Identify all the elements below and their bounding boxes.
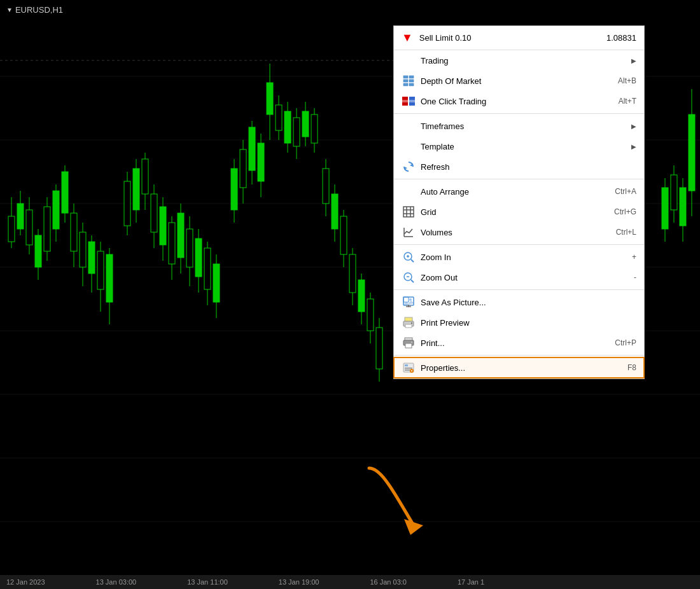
svg-rect-14 <box>26 210 32 245</box>
volumes-icon <box>402 225 416 239</box>
menu-item-oct[interactable]: One Click Trading Alt+T <box>394 91 644 111</box>
svg-rect-40 <box>151 194 157 232</box>
svg-rect-132 <box>405 324 412 328</box>
svg-line-121 <box>411 260 414 262</box>
svg-rect-139 <box>405 364 408 366</box>
chart-title: ▼ EURUSD,H1 <box>6 5 63 15</box>
oct-label: One Click Trading <box>421 97 606 106</box>
trading-icon <box>402 53 416 67</box>
separator-3 <box>394 244 644 245</box>
menu-item-auto-arrange[interactable]: Auto Arrange Ctrl+A <box>394 181 644 202</box>
auto-arrange-shortcut: Ctrl+A <box>615 187 636 196</box>
template-label: Template <box>421 142 626 151</box>
svg-rect-48 <box>186 229 193 267</box>
svg-rect-108 <box>409 100 415 102</box>
auto-arrange-label: Auto Arrange <box>421 187 602 197</box>
context-menu: ▼ Sell Limit 0.10 1.08831 Trading ▶ Dept… <box>393 25 645 379</box>
save-picture-label: Save As Picture... <box>421 298 636 307</box>
time-label-3: 13 Jan 19:00 <box>279 578 319 586</box>
time-label-0: 12 Jan 2023 <box>6 578 45 586</box>
menu-item-zoom-out[interactable]: Zoom Out - <box>394 267 644 288</box>
menu-item-trading[interactable]: Trading ▶ <box>394 50 644 71</box>
properties-label: Properties... <box>421 363 615 373</box>
chart-symbol-label: EURUSD,H1 <box>15 5 63 15</box>
menu-item-timeframes[interactable]: Timeframes ▶ <box>394 116 644 136</box>
svg-rect-103 <box>403 83 408 86</box>
menu-item-grid[interactable]: Grid Ctrl+G <box>394 202 644 222</box>
dom-icon <box>402 74 416 88</box>
dom-label: Depth Of Market <box>421 76 605 86</box>
print-icon <box>402 336 416 350</box>
svg-rect-42 <box>160 207 166 245</box>
svg-rect-104 <box>409 83 414 86</box>
oct-shortcut: Alt+T <box>619 97 636 106</box>
svg-rect-62 <box>258 143 264 181</box>
sell-limit-label: Sell Limit 0.10 <box>419 33 606 43</box>
svg-rect-87 <box>367 299 374 331</box>
template-arrow-icon: ▶ <box>631 143 636 150</box>
svg-rect-136 <box>405 343 412 348</box>
svg-rect-54 <box>213 264 220 302</box>
print-preview-label: Print Preview <box>421 318 636 328</box>
svg-rect-69 <box>284 111 291 143</box>
svg-rect-75 <box>311 114 318 143</box>
print-shortcut: Ctrl+P <box>615 338 636 347</box>
zoom-out-shortcut: - <box>634 273 636 282</box>
menu-item-dom[interactable]: Depth Of Market Alt+B <box>394 71 644 91</box>
svg-rect-81 <box>340 216 347 254</box>
svg-rect-115 <box>403 207 414 217</box>
trading-arrow-icon: ▶ <box>631 57 636 64</box>
save-picture-icon <box>402 295 416 309</box>
svg-rect-83 <box>349 254 356 293</box>
svg-rect-126 <box>403 297 409 302</box>
svg-point-127 <box>409 298 412 301</box>
svg-rect-79 <box>332 194 338 229</box>
timeframes-icon <box>402 119 416 133</box>
grid-shortcut: Ctrl+G <box>614 207 636 216</box>
svg-rect-67 <box>276 105 282 130</box>
zoom-in-label: Zoom In <box>421 253 619 262</box>
menu-item-volumes[interactable]: Volumes Ctrl+L <box>394 222 644 242</box>
zoom-out-icon <box>402 270 416 284</box>
sell-limit-item[interactable]: ▼ Sell Limit 0.10 1.08831 <box>394 26 644 50</box>
svg-rect-36 <box>133 169 139 210</box>
svg-rect-32 <box>106 254 113 302</box>
timeframes-arrow-icon: ▶ <box>631 123 636 130</box>
svg-rect-20 <box>53 191 59 229</box>
svg-rect-98 <box>689 114 695 191</box>
svg-rect-89 <box>376 328 382 369</box>
svg-rect-50 <box>195 239 202 277</box>
chart-title-arrow: ▼ <box>6 6 13 13</box>
menu-item-template[interactable]: Template ▶ <box>394 136 644 156</box>
menu-item-print-preview[interactable]: Print Preview <box>394 312 644 333</box>
separator-5 <box>394 355 644 356</box>
zoom-out-label: Zoom Out <box>421 273 621 282</box>
menu-item-save-picture[interactable]: Save As Picture... <box>394 292 644 312</box>
svg-rect-46 <box>178 213 184 258</box>
dom-shortcut: Alt+B <box>618 76 636 85</box>
svg-point-137 <box>411 342 412 343</box>
grid-label: Grid <box>421 207 601 217</box>
menu-item-print[interactable]: Print... Ctrl+P <box>394 333 644 353</box>
svg-rect-77 <box>323 169 329 204</box>
svg-rect-12 <box>17 204 24 229</box>
svg-rect-140 <box>405 368 412 369</box>
menu-item-properties[interactable]: Properties... F8 <box>394 357 644 378</box>
menu-item-zoom-in[interactable]: Zoom In + <box>394 247 644 267</box>
refresh-icon <box>402 160 416 174</box>
trading-label: Trading <box>421 56 626 66</box>
svg-rect-38 <box>142 159 148 194</box>
svg-rect-34 <box>124 181 130 226</box>
menu-item-refresh[interactable]: Refresh <box>394 156 644 177</box>
svg-rect-71 <box>293 118 300 146</box>
oct-icon <box>402 94 416 108</box>
svg-rect-141 <box>405 370 410 371</box>
sell-arrow-icon: ▼ <box>402 31 413 45</box>
svg-rect-52 <box>204 248 211 289</box>
svg-rect-60 <box>249 127 255 170</box>
sell-limit-price: 1.08831 <box>606 33 636 43</box>
separator-4 <box>394 289 644 290</box>
template-icon <box>402 139 416 153</box>
print-label: Print... <box>421 338 602 348</box>
svg-rect-101 <box>403 80 408 82</box>
